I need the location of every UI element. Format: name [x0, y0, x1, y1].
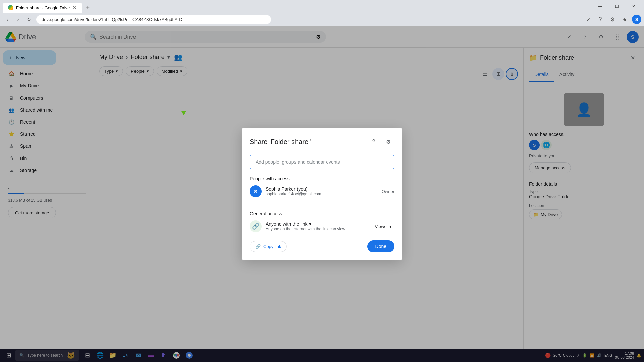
access-description: Anyone on the Internet with the link can… — [266, 227, 368, 231]
people-section-title: People with access — [250, 176, 394, 181]
person-name: Sophia Parker (you) — [266, 186, 378, 192]
tab-close-button[interactable]: ✕ — [72, 5, 77, 11]
address-bar: ‹ › ↻ drive.google.com/drive/folders/1uL… — [0, 13, 644, 26]
access-type-label: Anyone with the link — [266, 221, 308, 227]
minimize-button[interactable]: — — [592, 1, 608, 11]
browser-toolbar-icons: ✓ ? ⚙ ★ S — [584, 15, 641, 24]
back-button[interactable]: ‹ — [3, 15, 12, 24]
link-access-icon: 🔗 — [250, 220, 262, 232]
screenshot-icon[interactable]: ✓ — [584, 15, 593, 24]
general-access-section: General access 🔗 Anyone with the link ▾ … — [250, 204, 394, 232]
person-avatar: S — [250, 185, 262, 197]
maximize-button[interactable]: ☐ — [609, 1, 625, 11]
url-bar[interactable]: drive.google.com/drive/folders/1uLI_Qp2l… — [36, 15, 271, 24]
help-icon[interactable]: ? — [596, 15, 605, 24]
share-people-input[interactable] — [250, 155, 394, 169]
forward-button[interactable]: › — [13, 15, 23, 24]
copy-link-button[interactable]: 🔗 Copy link — [250, 241, 287, 252]
done-button[interactable]: Done — [367, 240, 394, 252]
modal-title: Share 'Folder share ' — [250, 138, 368, 146]
window-controls: — ☐ ✕ — [592, 1, 641, 11]
modal-footer: 🔗 Copy link Done — [250, 240, 394, 252]
access-row: 🔗 Anyone with the link ▾ Anyone on the I… — [250, 220, 394, 232]
url-text: drive.google.com/drive/folders/1uLI_Qp2l… — [42, 17, 182, 22]
modal-header: Share 'Folder share ' ? ⚙ — [250, 136, 394, 148]
modal-help-icon[interactable]: ? — [368, 136, 380, 148]
modal-icons: ? ⚙ — [368, 136, 394, 148]
modal-overlay[interactable]: Share 'Folder share ' ? ⚙ People with ac… — [0, 26, 644, 362]
active-tab[interactable]: Folder share - Google Drive ✕ — [3, 3, 82, 13]
person-info: Sophia Parker (you) sophiaparker14oct@gm… — [266, 186, 378, 196]
browser-chrome: Folder share - Google Drive ✕ + — ☐ ✕ — [0, 0, 644, 13]
nav-buttons: ‹ › ↻ — [3, 15, 34, 24]
copy-link-label: Copy link — [263, 244, 281, 249]
modal-settings-icon[interactable]: ⚙ — [382, 136, 394, 148]
access-type-chevron: ▾ — [309, 221, 311, 227]
new-tab-button[interactable]: + — [83, 2, 92, 13]
share-modal: Share 'Folder share ' ? ⚙ People with ac… — [241, 128, 402, 260]
person-row: S Sophia Parker (you) sophiaparker14oct@… — [250, 185, 394, 197]
tab-bar: Folder share - Google Drive ✕ + — [3, 0, 92, 13]
refresh-button[interactable]: ↻ — [24, 15, 34, 24]
viewer-label: Viewer — [375, 224, 388, 229]
access-info: Anyone with the link ▾ Anyone on the Int… — [266, 221, 368, 231]
bookmark-icon[interactable]: ★ — [620, 15, 629, 24]
tab-favicon — [8, 5, 13, 10]
browser-profile-avatar[interactable]: S — [632, 15, 641, 24]
tab-title: Folder share - Google Drive — [16, 5, 70, 10]
general-access-title: General access — [250, 211, 394, 216]
access-type[interactable]: Anyone with the link ▾ — [266, 221, 368, 227]
viewer-chevron: ▾ — [389, 224, 392, 229]
viewer-dropdown[interactable]: Viewer ▾ — [372, 222, 394, 231]
close-button[interactable]: ✕ — [626, 1, 641, 11]
link-icon: 🔗 — [255, 244, 261, 249]
extensions-icon[interactable]: ⚙ — [608, 15, 617, 24]
person-role: Owner — [382, 189, 394, 194]
person-email: sophiaparker14oct@gmail.com — [266, 192, 378, 196]
